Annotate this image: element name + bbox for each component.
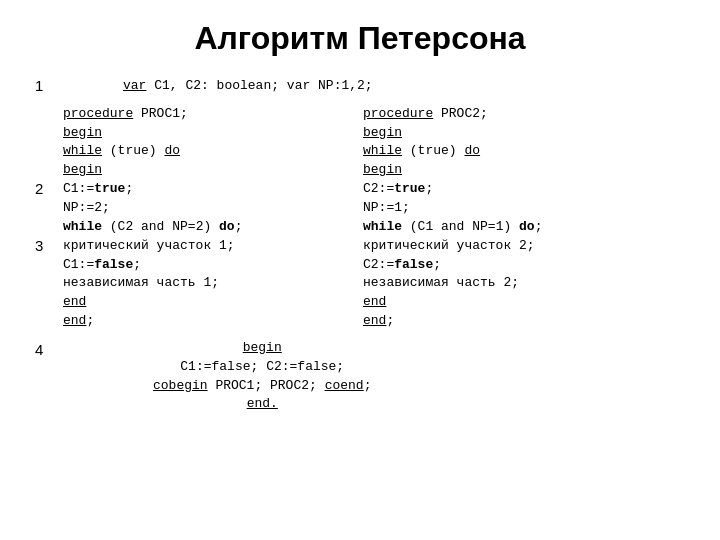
line-number-4: 4: [35, 339, 63, 361]
main-content: 1 var C1, C2: boolean; var NP:1,2; proce…: [30, 75, 690, 414]
line-number-1: 1: [35, 75, 63, 97]
proc1-begin1: begin: [63, 125, 102, 140]
line-number-2: 2: [35, 180, 63, 197]
proc2-code: procedure PROC2; begin while (true) do b…: [363, 105, 673, 331]
proc1-line3-area: 3 критический участок 1; C1:=false; неза…: [63, 237, 363, 331]
proc1-name: PROC1;: [133, 106, 188, 121]
procedures-row: procedure PROC1; begin while (true) do b…: [35, 105, 690, 331]
proc2-procedure-keyword: procedure: [363, 106, 433, 121]
proc2-end2: end: [363, 313, 386, 328]
proc2-while1: while: [363, 143, 402, 158]
bottom-line2: C1:=false; C2:=false;: [180, 359, 344, 374]
proc1-end1: end: [63, 294, 86, 309]
proc1-col: procedure PROC1; begin while (true) do b…: [63, 105, 363, 331]
proc2-do1: do: [464, 143, 480, 158]
proc1-while2: while: [63, 219, 102, 234]
proc2-col: procedure PROC2; begin while (true) do b…: [363, 105, 673, 331]
proc1-body-top: C1:=true; NP:=2; while (C2 and NP=2) do;: [63, 180, 242, 237]
proc1-do2: do: [219, 219, 235, 234]
proc2-false: false: [394, 257, 433, 272]
proc1-procedure-keyword: procedure: [63, 106, 133, 121]
proc2-do2: do: [519, 219, 535, 234]
page-title: Алгоритм Петерсона: [30, 20, 690, 57]
proc1-begin2: begin: [63, 162, 102, 177]
proc1-false: false: [94, 257, 133, 272]
line1-code: var C1, C2: boolean; var NP:1,2;: [63, 78, 373, 93]
page: Алгоритм Петерсона 1 var C1, C2: boolean…: [0, 0, 720, 540]
proc2-true: true: [394, 181, 425, 196]
proc2-name: PROC2;: [433, 106, 488, 121]
code-block-row: procedure PROC1; begin while (true) do b…: [63, 105, 673, 331]
proc2-begin1: begin: [363, 125, 402, 140]
proc2-end1: end: [363, 294, 386, 309]
proc2-while2: while: [363, 219, 402, 234]
bottom-code: begin C1:=false; C2:=false; cobegin PROC…: [63, 339, 371, 414]
bottom-cobegin: cobegin: [153, 378, 208, 393]
proc1-body-bottom: критический участок 1; C1:=false; незави…: [63, 237, 235, 331]
bottom-coend: coend: [325, 378, 364, 393]
line-number-3: 3: [35, 237, 63, 254]
line1-row: 1 var C1, C2: boolean; var NP:1,2;: [35, 75, 690, 97]
proc2-begin2: begin: [363, 162, 402, 177]
proc1-line2-area: 2 C1:=true; NP:=2; while (C2 and NP=2) d…: [63, 180, 363, 237]
proc1-do1: do: [164, 143, 180, 158]
var-keyword: var: [123, 78, 146, 93]
line1-rest: C1, C2: boolean; var NP:1,2;: [146, 78, 372, 93]
bottom-semi: ;: [364, 378, 372, 393]
bottom-block: 4 begin C1:=false; C2:=false; cobegin PR…: [35, 339, 690, 414]
proc1-end2: end: [63, 313, 86, 328]
bottom-procs: PROC1; PROC2;: [208, 378, 325, 393]
proc1-code: procedure PROC1; begin while (true) do b…: [63, 105, 363, 180]
bottom-end: end.: [247, 396, 278, 411]
bottom-begin: begin: [243, 340, 282, 355]
proc1-while1: while: [63, 143, 102, 158]
proc1-true: true: [94, 181, 125, 196]
